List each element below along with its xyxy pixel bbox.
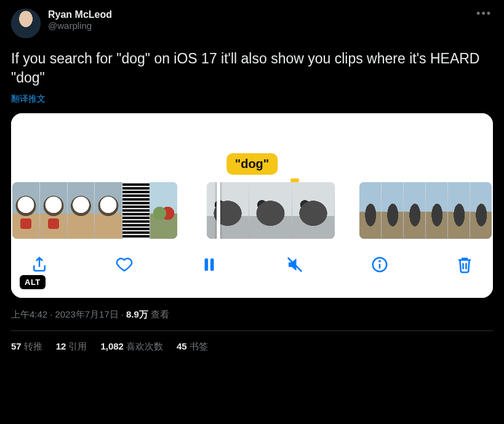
- tweet-header: Ryan McLeod @warpling: [11, 9, 493, 38]
- date[interactable]: 2023年7月17日: [55, 309, 118, 319]
- tweet: Ryan McLeod @warpling ••• If you search …: [0, 0, 504, 353]
- svg-rect-1: [210, 258, 214, 271]
- trash-icon[interactable]: [454, 254, 476, 276]
- bookmarks-label: 书签: [190, 341, 208, 351]
- pause-icon[interactable]: [198, 254, 220, 276]
- avatar[interactable]: [11, 9, 41, 38]
- thumbnail[interactable]: [404, 182, 426, 239]
- thumbnail[interactable]: [12, 182, 40, 239]
- svg-rect-0: [205, 258, 209, 271]
- thumbnail[interactable]: [207, 182, 249, 239]
- heart-icon[interactable]: [113, 254, 135, 276]
- quotes-count: 12: [56, 341, 66, 351]
- thumbnail[interactable]: [382, 182, 404, 239]
- tweet-meta: 上午4:42·2023年7月17日·8.9万 查看: [11, 309, 493, 321]
- svg-point-5: [379, 261, 380, 262]
- retweets-stat[interactable]: 57转推: [11, 341, 42, 353]
- retweets-count: 57: [11, 341, 22, 351]
- thumbnail[interactable]: [292, 182, 335, 239]
- thumbnail[interactable]: [95, 182, 122, 239]
- clip-gap: [182, 182, 202, 239]
- author-names: Ryan McLeod @warpling: [48, 9, 112, 31]
- thumbnail[interactable]: [150, 182, 177, 239]
- display-name[interactable]: Ryan McLeod: [48, 9, 112, 20]
- thumbnail[interactable]: [426, 182, 448, 239]
- likes-count: 1,082: [100, 341, 124, 351]
- likes-label: 喜欢次数: [126, 341, 163, 351]
- more-icon[interactable]: •••: [473, 4, 495, 24]
- thumbnail[interactable]: [470, 182, 492, 239]
- thumbnail[interactable]: [122, 182, 150, 239]
- thumbnail[interactable]: [68, 182, 95, 239]
- tweet-stats: 57转推 12引用 1,082喜欢次数 45书签: [11, 331, 493, 353]
- info-icon[interactable]: [369, 254, 391, 276]
- bookmarks-count: 45: [177, 341, 187, 351]
- caption-bubble: "dog": [226, 153, 278, 175]
- thumbnail[interactable]: [40, 182, 68, 239]
- thumbnail[interactable]: [448, 182, 470, 239]
- clip-group-1[interactable]: [12, 182, 177, 239]
- quotes-label: 引用: [68, 341, 87, 351]
- clip-gap: [340, 182, 354, 239]
- views-count[interactable]: 8.9万: [126, 309, 148, 319]
- views-label[interactable]: 查看: [151, 309, 169, 319]
- thumbnail[interactable]: [249, 182, 292, 239]
- clip-group-2[interactable]: [207, 182, 335, 239]
- likes-stat[interactable]: 1,082喜欢次数: [100, 341, 163, 353]
- mute-icon[interactable]: [284, 254, 306, 276]
- timeline-strip[interactable]: [11, 182, 493, 239]
- retweets-label: 转推: [24, 341, 42, 351]
- media-toolbar: [11, 239, 493, 298]
- bookmarks-stat[interactable]: 45书签: [177, 341, 208, 353]
- handle[interactable]: @warpling: [48, 20, 112, 31]
- quotes-stat[interactable]: 12引用: [56, 341, 87, 353]
- tweet-text: If you search for "dog" on iOS 17 it'll …: [11, 49, 493, 87]
- playhead[interactable]: [217, 182, 220, 239]
- share-icon[interactable]: [28, 254, 50, 276]
- thumbnail[interactable]: [359, 182, 382, 239]
- translate-link[interactable]: 翻译推文: [11, 94, 493, 105]
- alt-badge[interactable]: ALT: [20, 275, 46, 289]
- clip-group-3[interactable]: [359, 182, 492, 239]
- media-header-area: "dog": [11, 113, 493, 182]
- time[interactable]: 上午4:42: [11, 309, 47, 319]
- media-card: "dog": [11, 113, 493, 298]
